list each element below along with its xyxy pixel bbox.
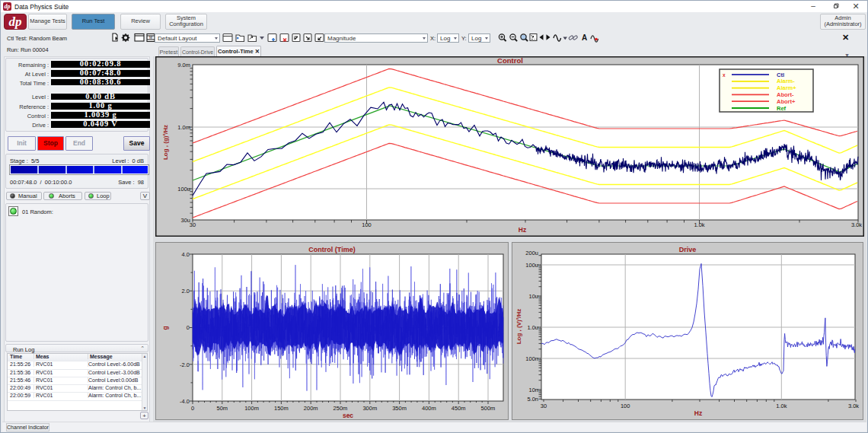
svg-text:Drive: Drive xyxy=(679,246,697,253)
svg-text:2.0: 2.0 xyxy=(182,288,190,295)
svg-text:450m: 450m xyxy=(452,405,466,412)
svg-text:A: A xyxy=(582,33,587,42)
svg-text:M: M xyxy=(149,35,152,40)
svg-text:250m: 250m xyxy=(333,405,348,412)
svg-text:Abort+: Abort+ xyxy=(777,98,796,105)
svg-text:1.0u: 1.0u xyxy=(527,324,538,331)
svg-text:g: g xyxy=(161,326,169,330)
svg-text:400m: 400m xyxy=(422,405,436,412)
svg-text:150m: 150m xyxy=(274,405,289,412)
svg-text:sec: sec xyxy=(343,412,353,419)
svg-text:0: 0 xyxy=(187,324,190,331)
svg-text:100u: 100u xyxy=(177,186,190,193)
svg-text:100m: 100m xyxy=(244,405,259,412)
svg-text:100u: 100u xyxy=(525,262,538,269)
svg-text:9.0m: 9.0m xyxy=(177,62,190,68)
svg-text:-2.0: -2.0 xyxy=(180,361,190,368)
svg-text:-4.0: -4.0 xyxy=(180,398,190,405)
svg-text:Ctl: Ctl xyxy=(777,72,784,78)
svg-text:30: 30 xyxy=(190,221,196,228)
svg-text:Alarm+: Alarm+ xyxy=(777,84,796,91)
svg-text:100n: 100n xyxy=(525,355,538,362)
svg-text:3.0k: 3.0k xyxy=(848,403,859,409)
svg-text:10n: 10n xyxy=(528,387,538,393)
svg-text:200u: 200u xyxy=(525,250,538,256)
svg-text:Abort-: Abort- xyxy=(777,91,794,98)
svg-text:Hz: Hz xyxy=(694,409,702,417)
svg-text:Control: Control xyxy=(497,56,523,65)
svg-text:5.0n: 5.0n xyxy=(527,396,538,403)
svg-text:1.0m: 1.0m xyxy=(177,124,190,131)
svg-text:Alarm-: Alarm- xyxy=(777,78,795,84)
svg-text:100: 100 xyxy=(362,221,372,228)
svg-text:Ref: Ref xyxy=(777,105,787,112)
svg-text:1.0k: 1.0k xyxy=(776,403,787,409)
svg-text:500m: 500m xyxy=(481,405,496,412)
svg-text:Hz: Hz xyxy=(519,226,526,234)
svg-text:0: 0 xyxy=(191,405,194,412)
svg-text:4.0: 4.0 xyxy=(182,251,190,258)
svg-text:350m: 350m xyxy=(392,405,407,412)
svg-text:3.0k: 3.0k xyxy=(851,221,862,228)
svg-text:Control (Time): Control (Time) xyxy=(308,246,355,253)
svg-text:10u: 10u xyxy=(528,293,538,300)
svg-text:1.0k: 1.0k xyxy=(694,221,704,228)
svg-text:Log , (g)²/Hz: Log , (g)²/Hz xyxy=(162,125,169,160)
svg-text:300m: 300m xyxy=(362,405,377,412)
svg-text:200m: 200m xyxy=(304,405,318,412)
svg-text:30: 30 xyxy=(541,403,547,409)
svg-text:x: x xyxy=(723,72,726,78)
svg-text:50m: 50m xyxy=(217,405,228,412)
svg-text:100: 100 xyxy=(621,403,630,409)
svg-text:Log , (V)²/Hz: Log , (V)²/Hz xyxy=(515,309,522,345)
